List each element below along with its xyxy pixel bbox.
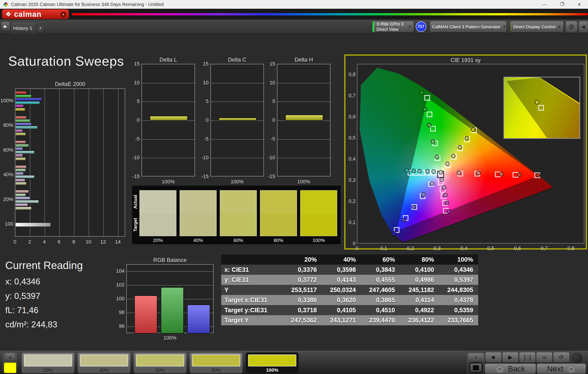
cie-1931-panel: CIE 1931 xy 00,10,20,30,40,50,60,70,80,8… [344, 54, 587, 249]
pattern-button-100%[interactable]: 100% [246, 353, 299, 374]
pattern-button-20%[interactable]: 20% [21, 353, 75, 374]
swatch-percent-label: 20% [139, 237, 176, 243]
cie-measured-circle [471, 128, 475, 132]
deltae-bar [15, 141, 26, 144]
delta-y-tick: -5 [263, 136, 275, 142]
source-dropdown[interactable]: CalMAN Client 3 Pattern Generator ▼ [430, 21, 507, 32]
delta-y-tick: 15 [263, 61, 275, 67]
table-header: 60% [361, 255, 400, 265]
actual-target-swatch [260, 190, 297, 236]
refresh-button[interactable]: ⟳ [553, 352, 570, 363]
rgb-balance-title: RGB Balance [126, 257, 214, 263]
add-tab-button[interactable]: + [34, 22, 46, 34]
table-cell: 253,5117 [283, 285, 322, 295]
delta-bar [285, 115, 323, 121]
cie-y-tick: 0,3 [346, 177, 356, 183]
calman-menu-button[interactable]: ❖ calman ▼ [2, 9, 69, 19]
table-row: Target y:CIE310,37180,41050,45100,49220,… [221, 305, 478, 315]
up-arrow-icon: ▲ [9, 355, 12, 359]
tab-history-1[interactable]: History 1 [11, 22, 34, 34]
table-cell: 0,4378 [439, 295, 478, 305]
deltae-x-tick: 0 [11, 239, 18, 245]
table-cell: 0,4510 [361, 305, 400, 315]
workflow-nav-button[interactable]: ▶ [1, 21, 10, 32]
cie-measured-circle [435, 155, 439, 159]
deltae-gridline [118, 89, 118, 237]
cie-measured-circle [451, 154, 455, 158]
deltae-bar [15, 98, 42, 101]
deltae-bar [15, 169, 26, 171]
table-cell: 0,5397 [439, 275, 478, 285]
calman-logo-icon: ❖ [5, 11, 12, 18]
pattern-color-swatch [192, 354, 240, 366]
deltae-bar [15, 147, 23, 150]
display-control-dropdown[interactable]: Direct Display Control ▼ [510, 21, 564, 32]
cie-measured-circle [411, 169, 416, 173]
minimize-button[interactable]: — [536, 0, 553, 9]
delta-bar [150, 116, 188, 121]
table-row-label: Target y:CIE31 [221, 305, 283, 315]
deltae-chart [15, 88, 125, 237]
cie-measured-circle [412, 205, 416, 209]
pattern-color-swatch [80, 354, 128, 366]
cie-measured-circle [445, 161, 450, 166]
meter-dropdown[interactable]: X-Rite i1Pro 3Direct View ▼ [372, 21, 414, 32]
back-label: Back [508, 364, 525, 373]
loop-button[interactable]: ∞ [536, 352, 553, 363]
play-button[interactable]: ▶ [502, 352, 519, 363]
cie-measured-circle [431, 139, 435, 144]
close-button[interactable]: ✕ [571, 0, 588, 9]
cie-chart-title: CIE 1931 xy [346, 57, 586, 64]
deltae-bar [15, 101, 40, 104]
pattern-label: 100% [246, 367, 299, 373]
reading-y: y: 0,5397 [5, 291, 40, 301]
reading-fl: fL: 71,46 [5, 306, 38, 315]
cie-measured-circle [392, 231, 396, 235]
cie-chart [357, 64, 584, 244]
table-cell: 0,4555 [361, 275, 400, 285]
deltae-x-tick: 8 [70, 239, 77, 245]
cie-x-tick: 0,3 [430, 245, 444, 251]
deltae-x-tick: 4 [41, 239, 48, 245]
active-pattern-swatch[interactable] [4, 363, 16, 373]
pattern-color-swatch [24, 354, 72, 366]
pattern-button-80%[interactable]: 80% [189, 353, 243, 374]
next-button[interactable]: Next » [536, 363, 586, 374]
display-window-button[interactable] [469, 362, 483, 373]
deltae-group-label: 100% [0, 98, 13, 104]
meter-count-badge[interactable]: 717 [416, 21, 426, 32]
table-cell: 0,4986 [400, 275, 439, 285]
calman-menu-chevron-icon[interactable]: ▼ [60, 11, 66, 17]
deltae-bar [15, 203, 28, 206]
pattern-label: 80% [190, 367, 242, 373]
step-button[interactable]: [··] [519, 352, 536, 363]
pattern-button-60%[interactable]: 60% [134, 353, 187, 374]
deltae-gridline [59, 89, 60, 237]
display-toggle-up-button[interactable]: ▲ [468, 353, 484, 361]
delta-y-tick: -15 [128, 173, 140, 179]
deltae-bar [15, 119, 30, 122]
calman-logo-text: calman [14, 10, 42, 19]
restore-icon [560, 3, 563, 6]
back-button[interactable]: « Back [485, 363, 536, 374]
delta-y-tick: -5 [197, 136, 209, 142]
pattern-button-40%[interactable]: 40% [77, 353, 131, 374]
settings-button[interactable]: ⚙ [566, 21, 578, 32]
deltae-bar [15, 165, 26, 168]
restore-button[interactable] [553, 0, 571, 9]
swatch-percent-label: 40% [180, 237, 217, 243]
table-header: 20% [283, 255, 322, 265]
rgb-gridline [127, 271, 214, 272]
meter-status-stripe [372, 21, 374, 32]
deltae-group-label: 60% [0, 147, 13, 153]
actual-target-swatch [139, 190, 176, 236]
cie-y-tick: 0 [346, 241, 356, 246]
stop-button[interactable]: ■ [485, 352, 502, 363]
delta-y-tick: 10 [197, 80, 209, 86]
pattern-panel-up-button[interactable]: ▲ [5, 353, 15, 361]
collapse-panel-button[interactable]: ◀ [578, 21, 588, 32]
deltae-bar [15, 126, 37, 129]
table-cell: 244,8305 [439, 285, 478, 295]
deltae-x-tick: 12 [100, 239, 106, 245]
table-row: x: CIE310,33760,35980,38430,41000,4346 [221, 265, 478, 275]
